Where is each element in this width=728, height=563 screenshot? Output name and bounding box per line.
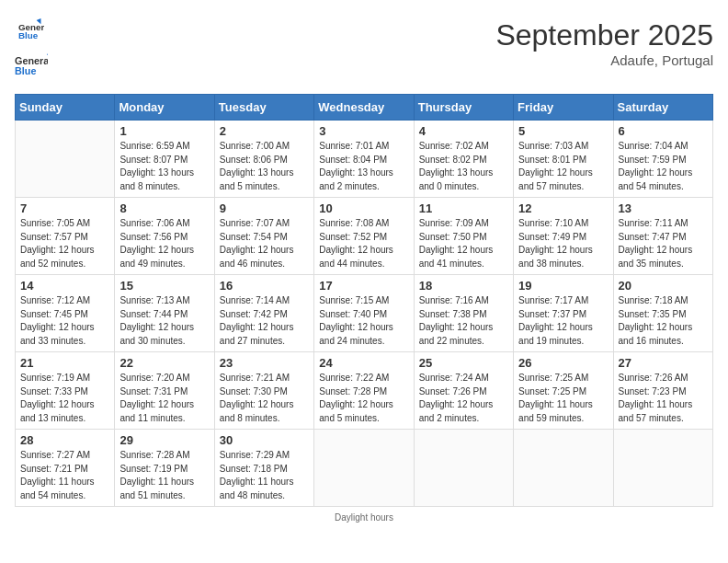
daylight-text: Daylight: 12 hours and 24 minutes. [319, 321, 408, 348]
day-number: 27 [619, 356, 708, 370]
sunrise-text: Sunrise: 7:11 AM [619, 217, 708, 231]
daylight-text: Daylight: 12 hours and 41 minutes. [419, 244, 508, 270]
cell-info: Sunrise: 7:26 AM Sunset: 7:23 PM Dayligh… [619, 372, 708, 425]
cell-info: Sunrise: 7:05 AM Sunset: 7:57 PM Dayligh… [20, 217, 109, 270]
calendar-week-row: 21 Sunrise: 7:19 AM Sunset: 7:33 PM Dayl… [16, 352, 713, 430]
cell-info: Sunrise: 7:14 AM Sunset: 7:42 PM Dayligh… [220, 294, 309, 348]
cell-info: Sunrise: 7:04 AM Sunset: 7:59 PM Dayligh… [619, 140, 708, 193]
day-number: 20 [619, 279, 708, 293]
sunrise-text: Sunrise: 7:04 AM [619, 140, 708, 154]
sunset-text: Sunset: 7:50 PM [419, 231, 508, 245]
col-saturday: Saturday [613, 95, 712, 121]
daylight-text: Daylight: 12 hours and 16 minutes. [619, 321, 708, 348]
logo-bird-icon: General Blue [15, 48, 48, 81]
sunset-text: Sunset: 7:56 PM [119, 231, 209, 245]
cell-info: Sunrise: 7:18 AM Sunset: 7:35 PM Dayligh… [619, 294, 708, 348]
daylight-text: Daylight: 12 hours and 33 minutes. [20, 321, 109, 348]
day-number: 25 [419, 356, 508, 370]
sunrise-text: Sunrise: 7:12 AM [20, 294, 109, 308]
sunrise-text: Sunrise: 7:21 AM [220, 372, 309, 385]
day-number: 4 [419, 124, 508, 138]
calendar-cell [314, 430, 414, 507]
daylight-text: Daylight: 12 hours and 52 minutes. [20, 244, 109, 270]
daylight-text: Daylight: 12 hours and 57 minutes. [518, 167, 608, 193]
calendar-week-row: 28 Sunrise: 7:27 AM Sunset: 7:21 PM Dayl… [16, 430, 713, 507]
sunset-text: Sunset: 8:06 PM [220, 154, 309, 167]
daylight-text: Daylight: 11 hours and 57 minutes. [619, 398, 708, 425]
sunset-text: Sunset: 8:02 PM [419, 154, 508, 167]
daylight-text: Daylight: 12 hours and 8 minutes. [220, 398, 309, 425]
sunset-text: Sunset: 7:49 PM [518, 231, 608, 245]
calendar-cell: 21 Sunrise: 7:19 AM Sunset: 7:33 PM Dayl… [16, 352, 115, 430]
day-number: 2 [220, 124, 309, 138]
cell-info: Sunrise: 7:02 AM Sunset: 8:02 PM Dayligh… [419, 140, 508, 193]
logo: General Blue General Blue [15, 18, 48, 81]
daylight-text: Daylight: 12 hours and 38 minutes. [518, 244, 608, 270]
calendar-week-row: 1 Sunrise: 6:59 AM Sunset: 8:07 PM Dayli… [16, 121, 713, 198]
day-number: 15 [119, 279, 209, 293]
sunrise-text: Sunrise: 7:08 AM [319, 217, 408, 231]
day-number: 13 [619, 201, 708, 215]
sunset-text: Sunset: 7:35 PM [619, 308, 708, 322]
cell-info: Sunrise: 7:24 AM Sunset: 7:26 PM Dayligh… [419, 372, 508, 425]
sunrise-text: Sunrise: 7:09 AM [419, 217, 508, 231]
cell-info: Sunrise: 7:01 AM Sunset: 8:04 PM Dayligh… [319, 140, 408, 193]
sunrise-text: Sunrise: 7:14 AM [220, 294, 309, 308]
calendar-cell: 1 Sunrise: 6:59 AM Sunset: 8:07 PM Dayli… [115, 121, 214, 198]
day-number: 22 [119, 356, 209, 370]
day-number: 14 [20, 279, 109, 293]
sunset-text: Sunset: 8:01 PM [518, 154, 608, 167]
calendar-cell: 13 Sunrise: 7:11 AM Sunset: 7:47 PM Dayl… [613, 198, 712, 275]
sunset-text: Sunset: 7:59 PM [619, 154, 708, 167]
cell-info: Sunrise: 7:13 AM Sunset: 7:44 PM Dayligh… [119, 294, 209, 348]
cell-info: Sunrise: 7:03 AM Sunset: 8:01 PM Dayligh… [518, 140, 608, 193]
sunset-text: Sunset: 7:26 PM [419, 385, 508, 399]
calendar-week-row: 7 Sunrise: 7:05 AM Sunset: 7:57 PM Dayli… [16, 198, 713, 275]
daylight-text: Daylight: 12 hours and 35 minutes. [619, 244, 708, 270]
sunset-text: Sunset: 7:45 PM [20, 308, 109, 322]
sunrise-text: Sunrise: 7:19 AM [20, 372, 109, 385]
calendar-cell: 16 Sunrise: 7:14 AM Sunset: 7:42 PM Dayl… [214, 275, 313, 352]
day-number: 17 [319, 279, 408, 293]
daylight-text: Daylight: 11 hours and 59 minutes. [518, 398, 608, 425]
daylight-text: Daylight: 12 hours and 2 minutes. [419, 398, 508, 425]
sunset-text: Sunset: 7:23 PM [619, 385, 708, 399]
daylight-note: Daylight hours [15, 512, 713, 523]
sunrise-text: Sunrise: 6:59 AM [119, 140, 209, 154]
sunset-text: Sunset: 7:33 PM [20, 385, 109, 399]
calendar-cell [613, 430, 712, 507]
cell-info: Sunrise: 7:25 AM Sunset: 7:25 PM Dayligh… [518, 372, 608, 425]
cell-info: Sunrise: 7:10 AM Sunset: 7:49 PM Dayligh… [518, 217, 608, 270]
calendar-cell: 27 Sunrise: 7:26 AM Sunset: 7:23 PM Dayl… [613, 352, 712, 430]
cell-info: Sunrise: 7:08 AM Sunset: 7:52 PM Dayligh… [319, 217, 408, 270]
sunset-text: Sunset: 7:57 PM [20, 231, 109, 245]
day-number: 30 [220, 433, 309, 447]
sunrise-text: Sunrise: 7:05 AM [20, 217, 109, 231]
sunrise-text: Sunrise: 7:29 AM [220, 449, 309, 463]
sunset-text: Sunset: 7:42 PM [220, 308, 309, 322]
sunrise-text: Sunrise: 7:22 AM [319, 372, 408, 385]
sunset-text: Sunset: 7:47 PM [619, 231, 708, 245]
sunset-text: Sunset: 7:54 PM [220, 231, 309, 245]
daylight-text: Daylight: 12 hours and 19 minutes. [518, 321, 608, 348]
day-number: 28 [20, 433, 109, 447]
daylight-text: Daylight: 12 hours and 30 minutes. [119, 321, 209, 348]
title-block: September 2025 Adaufe, Portugal [495, 18, 713, 68]
sunrise-text: Sunrise: 7:10 AM [518, 217, 608, 231]
daylight-text: Daylight: 12 hours and 46 minutes. [220, 244, 309, 270]
calendar-cell: 12 Sunrise: 7:10 AM Sunset: 7:49 PM Dayl… [514, 198, 613, 275]
cell-info: Sunrise: 6:59 AM Sunset: 8:07 PM Dayligh… [119, 140, 209, 193]
day-number: 26 [518, 356, 608, 370]
day-number: 3 [319, 124, 408, 138]
sunset-text: Sunset: 7:19 PM [119, 463, 209, 477]
daylight-text: Daylight: 12 hours and 11 minutes. [119, 398, 209, 425]
cell-info: Sunrise: 7:11 AM Sunset: 7:47 PM Dayligh… [619, 217, 708, 270]
calendar-cell: 15 Sunrise: 7:13 AM Sunset: 7:44 PM Dayl… [115, 275, 214, 352]
col-thursday: Thursday [414, 95, 513, 121]
day-number: 12 [518, 201, 608, 215]
sunrise-text: Sunrise: 7:24 AM [419, 372, 508, 385]
col-sunday: Sunday [16, 95, 115, 121]
day-number: 23 [220, 356, 309, 370]
calendar-table: Sunday Monday Tuesday Wednesday Thursday… [15, 94, 713, 507]
cell-info: Sunrise: 7:15 AM Sunset: 7:40 PM Dayligh… [319, 294, 408, 348]
